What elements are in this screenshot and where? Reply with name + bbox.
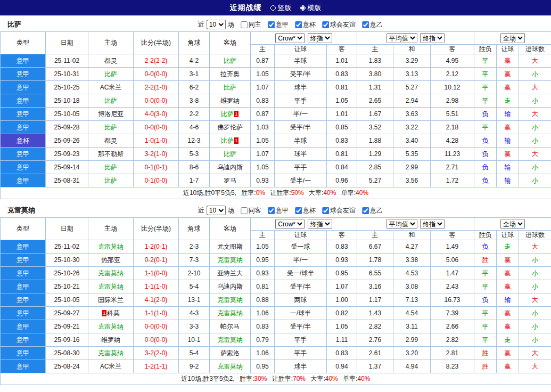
team-name[interactable]: 比萨 [221,110,234,118]
team-name[interactable]: 帕尔马 [220,323,240,330]
checkbox-input[interactable] [295,207,302,214]
bookmaker-select[interactable]: Crow* [275,219,305,229]
team-name[interactable]: 尤文图斯 [217,243,243,250]
match-row: 意甲25-10-18比萨0-0(0-0)3-8维罗纳0.83平手1.052.65… [1,94,551,108]
away-odds: 0.83 [327,134,357,148]
final-odds-select[interactable]: 终指 [420,33,445,43]
filter-checkbox[interactable]: 意甲 [268,20,289,29]
match-row: 意甲25-11-02都灵2-2(2-2)4-2比萨0.87半球1.011.833… [1,54,551,68]
checkbox-input[interactable] [295,21,302,28]
team-name[interactable]: 克雷莫纳 [98,323,124,330]
result-win-draw-lose: 平 [474,54,497,68]
filter-checkbox[interactable]: 意杯 [295,20,316,29]
team-name[interactable]: 热那亚 [101,256,120,264]
team-name[interactable]: 比萨 [221,137,234,144]
bookmaker-select[interactable]: Crow* [275,33,305,43]
sub-result-header: 胜负 [474,45,497,54]
checkbox-input[interactable] [241,207,248,214]
corner-score: 2-2 [179,108,210,121]
team-name[interactable]: 比萨 [104,70,117,78]
result-handicap: 赢 [497,54,519,68]
filter-checkbox[interactable]: 意乙 [362,20,383,29]
team-name[interactable]: 佛罗伦萨 [217,124,243,131]
filter-checkbox[interactable]: 意甲 [268,206,289,215]
team-name[interactable]: 比萨 [224,84,236,91]
team-name[interactable]: 维罗纳 [101,336,120,344]
home-odds: 0.87 [251,54,275,68]
away-team-cell: 乌迪内斯 [210,161,251,174]
average-select[interactable]: 平均值 [386,33,417,43]
team-name[interactable]: 克雷莫纳 [98,243,124,250]
avg-away: 1.49 [431,240,474,254]
filter-checkbox[interactable]: 意杯 [295,206,316,215]
filter-checkbox[interactable]: 同客 [241,206,261,215]
avg-home: 1.78 [357,254,393,267]
checkbox-input[interactable] [322,21,329,28]
team-name[interactable]: 克雷莫纳 [217,336,243,344]
full-match-select[interactable]: 全场 [500,219,525,229]
score: 3-2(2-0) [134,347,179,360]
away-odds: 0.94 [327,360,357,373]
team-name[interactable]: 乌迪内斯 [217,283,243,290]
summary-text: 近10场,胜3平5负2, 胜率:30% 让胜率:70% 大率:40% 单率:40… [1,373,551,385]
recent-count-select[interactable]: 10 [207,20,226,29]
team-name[interactable]: 克雷莫纳 [217,363,243,370]
checkbox-input[interactable] [268,207,275,214]
team-name[interactable]: 比萨 [224,57,236,64]
match-row: 意甲25-10-21克雷莫纳1-1(1-0)5-4乌迪内斯0.81受平/半1.0… [1,280,551,293]
team-name[interactable]: 比萨 [104,124,117,131]
checkbox-input[interactable] [268,21,275,28]
team-name[interactable]: 都灵 [104,137,117,144]
avg-draw: 3.13 [393,68,431,81]
handicap: 受平/半 [275,320,327,333]
layout-vertical-radio[interactable]: 竖版 [270,3,292,13]
team-name[interactable]: AC米兰 [100,84,122,91]
team-name[interactable]: 克雷莫纳 [217,256,243,264]
filter-checkbox[interactable]: 意乙 [362,206,383,215]
team-name[interactable]: 那不勒斯 [98,150,124,158]
final-odds-select[interactable]: 终指 [308,219,332,229]
team-name[interactable]: 克雷莫纳 [217,296,243,304]
team-name[interactable]: 克雷莫纳 [98,349,124,357]
team-name[interactable]: 乌迪内斯 [217,164,243,171]
checkbox-input[interactable] [322,207,329,214]
final-odds-select[interactable]: 终指 [308,33,332,43]
filter-checkbox[interactable]: 球会友谊 [322,206,356,215]
team-name[interactable]: 比萨 [224,150,236,158]
filter-checkbox[interactable]: 同主 [241,20,261,29]
average-select[interactable]: 平均值 [386,219,417,229]
team-name[interactable]: 维罗纳 [220,97,240,104]
average-header-cell: 平均值 终指 [357,32,474,45]
filter-checkbox[interactable]: 球会友谊 [322,20,356,29]
team-name[interactable]: 国际米兰 [98,296,124,304]
team-name[interactable]: 克雷莫纳 [98,270,124,277]
team-title: 克雷莫纳 [0,206,35,215]
team-name[interactable]: 克雷莫纳 [98,283,124,290]
away-team-cell: 帕尔马 [210,320,251,333]
team-name[interactable]: 亚特兰大 [217,270,243,277]
away-odds: 1.00 [327,293,357,307]
team-name[interactable]: 比萨 [104,177,117,184]
recent-count-select[interactable]: 10 [207,206,226,215]
big-rate-value: 40% [325,375,338,382]
final-odds-select[interactable]: 终指 [420,219,445,229]
layout-horizontal-radio[interactable]: 横版 [300,3,322,13]
team-name[interactable]: 比萨 [104,97,117,104]
team-name[interactable]: AC米兰 [100,363,122,370]
handicap: 平手 [275,161,327,174]
team-name[interactable]: 罗马 [224,177,236,184]
team-name[interactable]: 比萨 [104,164,117,171]
checkbox-input[interactable] [241,21,248,28]
checkbox-input[interactable] [362,21,369,28]
team-name[interactable]: 萨索洛 [220,349,240,357]
checkbox-input[interactable] [362,207,369,214]
team-name[interactable]: 科莫 [107,309,120,317]
away-odds: 1.05 [327,94,357,108]
team-name[interactable]: 克雷莫纳 [217,309,243,317]
result-goals: 小 [519,280,551,293]
team-name[interactable]: 拉齐奥 [220,70,240,78]
full-match-select[interactable]: 全场 [500,33,525,43]
avg-away: 2.66 [431,320,474,333]
team-name[interactable]: 博洛尼亚 [98,110,124,118]
team-name[interactable]: 都灵 [104,57,117,64]
